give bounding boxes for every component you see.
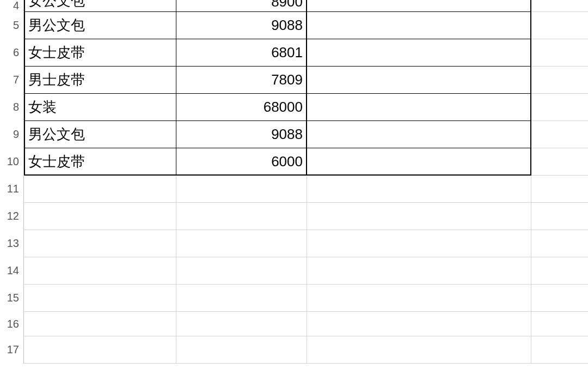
- cell[interactable]: [307, 67, 531, 94]
- cell[interactable]: [531, 336, 588, 364]
- table-row: [24, 336, 588, 364]
- table-row: 女士皮带 6801: [24, 39, 588, 67]
- cell[interactable]: [531, 0, 588, 12]
- table-row: [24, 285, 588, 312]
- table-row: 男公文包 9088: [24, 121, 588, 148]
- row-header[interactable]: 5: [0, 12, 24, 39]
- cell[interactable]: [531, 12, 588, 39]
- cell[interactable]: [307, 285, 531, 312]
- spreadsheet-grid: 4 5 6 7 8 9 10 11 12 13 14 15 16 17 女公文包…: [0, 0, 588, 364]
- row-headers-column: 4 5 6 7 8 9 10 11 12 13 14 15 16 17: [0, 0, 24, 364]
- cell[interactable]: [307, 0, 531, 12]
- cell[interactable]: 8900: [176, 0, 307, 12]
- row-header[interactable]: 17: [0, 336, 24, 364]
- row-header[interactable]: 12: [0, 203, 24, 230]
- row-header[interactable]: 4: [0, 0, 24, 12]
- cell[interactable]: [307, 176, 531, 203]
- table-row: 男士皮带 7809: [24, 67, 588, 94]
- row-header[interactable]: 16: [0, 312, 24, 336]
- cell[interactable]: [176, 203, 307, 230]
- row-header[interactable]: 8: [0, 94, 24, 121]
- cell[interactable]: [176, 230, 307, 257]
- cell[interactable]: [531, 148, 588, 176]
- cell[interactable]: [531, 121, 588, 148]
- cell[interactable]: [531, 203, 588, 230]
- table-row: 男公文包 9088: [24, 12, 588, 39]
- cell[interactable]: [531, 94, 588, 121]
- table-row: 女公文包 8900: [24, 0, 588, 12]
- cell[interactable]: [531, 67, 588, 94]
- cell[interactable]: [176, 176, 307, 203]
- cell[interactable]: [531, 39, 588, 67]
- cell[interactable]: 男公文包: [24, 12, 176, 39]
- row-header[interactable]: 9: [0, 121, 24, 148]
- cell[interactable]: [176, 285, 307, 312]
- cell[interactable]: [307, 312, 531, 336]
- cell[interactable]: [24, 176, 176, 203]
- cell[interactable]: 68000: [176, 94, 307, 121]
- cell[interactable]: [531, 312, 588, 336]
- cell[interactable]: 6000: [176, 148, 307, 176]
- cell[interactable]: 女装: [24, 94, 176, 121]
- cell[interactable]: 9088: [176, 12, 307, 39]
- cell[interactable]: [176, 257, 307, 285]
- cell[interactable]: [24, 257, 176, 285]
- cell[interactable]: 女士皮带: [24, 148, 176, 176]
- table-row: 女装 68000: [24, 94, 588, 121]
- cells-grid: 女公文包 8900 男公文包 9088 女士皮带 6801 男士皮带 7809 …: [24, 0, 588, 364]
- row-header[interactable]: 7: [0, 67, 24, 94]
- row-header[interactable]: 6: [0, 39, 24, 67]
- table-row: 女士皮带 6000: [24, 148, 588, 176]
- cell[interactable]: [307, 203, 531, 230]
- cell[interactable]: [24, 203, 176, 230]
- cell[interactable]: 7809: [176, 67, 307, 94]
- cell[interactable]: 9088: [176, 121, 307, 148]
- cell[interactable]: [307, 257, 531, 285]
- cell[interactable]: [307, 148, 531, 176]
- cell[interactable]: 女士皮带: [24, 39, 176, 67]
- cell[interactable]: [531, 230, 588, 257]
- cell[interactable]: [307, 121, 531, 148]
- cell[interactable]: 男公文包: [24, 121, 176, 148]
- cell[interactable]: [307, 336, 531, 364]
- table-row: [24, 230, 588, 257]
- cell[interactable]: 男士皮带: [24, 67, 176, 94]
- table-row: [24, 312, 588, 336]
- row-header[interactable]: 14: [0, 257, 24, 285]
- table-row: [24, 257, 588, 285]
- row-header[interactable]: 15: [0, 285, 24, 312]
- cell[interactable]: [307, 94, 531, 121]
- cell[interactable]: [176, 336, 307, 364]
- cell[interactable]: [24, 285, 176, 312]
- table-row: [24, 203, 588, 230]
- cell[interactable]: [24, 230, 176, 257]
- cell[interactable]: [531, 285, 588, 312]
- table-row: [24, 176, 588, 203]
- cell[interactable]: [531, 257, 588, 285]
- cell[interactable]: 女公文包: [24, 0, 176, 12]
- row-header[interactable]: 11: [0, 176, 24, 203]
- cell[interactable]: [307, 12, 531, 39]
- row-header[interactable]: 10: [0, 148, 24, 176]
- cell[interactable]: [24, 336, 176, 364]
- row-header[interactable]: 13: [0, 230, 24, 257]
- cell[interactable]: [531, 176, 588, 203]
- cell[interactable]: 6801: [176, 39, 307, 67]
- cell[interactable]: [307, 39, 531, 67]
- cell[interactable]: [24, 312, 176, 336]
- cell[interactable]: [176, 312, 307, 336]
- cell[interactable]: [307, 230, 531, 257]
